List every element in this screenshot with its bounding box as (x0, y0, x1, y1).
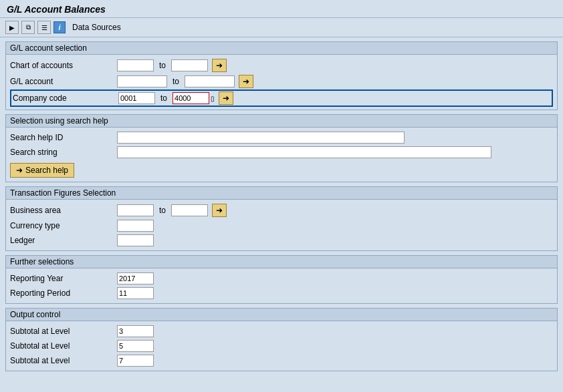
company-code-from[interactable] (118, 92, 155, 104)
subtotal-level-1-input[interactable] (117, 325, 154, 337)
reporting-year-input[interactable] (117, 272, 154, 284)
subtotal-level-3-row: Subtotal at Level (10, 353, 553, 368)
subtotal-level-1-row: Subtotal at Level (10, 324, 553, 339)
search-string-row: Search string (10, 145, 553, 160)
search-help-btn-row: ➜ Search help (10, 160, 553, 179)
company-code-label: Company code (11, 93, 118, 103)
to-label-2: to (173, 77, 179, 86)
subtotal-level-3-input[interactable] (117, 355, 154, 367)
gl-account-row: G/L account to ➜ (10, 73, 553, 89)
transaction-figures-header: Transaction Figures Selection (6, 187, 557, 200)
gl-account-selection-body: Chart of accounts to ➜ G/L account to ➜ … (6, 55, 557, 110)
company-code-row: Company code to ▯ ➜ (10, 89, 553, 107)
chart-of-accounts-to[interactable] (171, 59, 208, 71)
main-content: G/L account selection Chart of accounts … (0, 37, 563, 375)
data-sources-label: Data Sources (72, 23, 121, 32)
business-area-to[interactable] (171, 204, 208, 216)
reporting-period-input[interactable] (117, 287, 154, 299)
business-area-from[interactable] (117, 204, 154, 216)
cursor-marker: ▯ (211, 95, 215, 102)
gl-account-from[interactable] (117, 75, 167, 87)
to-label-3: to (160, 93, 167, 103)
subtotal-level-2-row: Subtotal at Level (10, 339, 553, 353)
currency-type-row: Currency type (10, 218, 553, 233)
output-control-header: Output control (6, 309, 557, 321)
clock-icon[interactable]: ▶ (5, 21, 19, 34)
transaction-figures-body: Business area to ➜ Currency type Ledger (6, 200, 557, 250)
search-help-body: Search help ID Search string ➜ Search he… (6, 128, 557, 182)
search-help-id-input[interactable] (117, 132, 405, 144)
search-help-button[interactable]: ➜ Search help (10, 163, 74, 178)
search-help-btn-label: Search help (25, 166, 68, 175)
to-label-4: to (159, 206, 166, 215)
title-bar: G/L Account Balances (0, 0, 563, 18)
search-help-id-label: Search help ID (10, 133, 117, 142)
search-help-header: Selection using search help (6, 115, 557, 128)
search-help-arrow-icon: ➜ (16, 166, 23, 175)
business-area-label: Business area (10, 206, 117, 215)
subtotal-level-2-input[interactable] (117, 340, 154, 352)
output-control-body: Subtotal at Level Subtotal at Level Subt… (6, 321, 557, 371)
list-icon[interactable]: ☰ (37, 21, 51, 34)
page-title: G/L Account Balances (7, 4, 106, 15)
chart-of-accounts-row: Chart of accounts to ➜ (10, 57, 553, 73)
subtotal-level-2-label: Subtotal at Level (10, 341, 117, 351)
gl-account-select-btn[interactable]: ➜ (239, 75, 253, 88)
company-code-to[interactable] (173, 92, 209, 104)
reporting-period-row: Reporting Period (10, 286, 553, 301)
currency-type-label: Currency type (10, 221, 117, 230)
search-help-section: Selection using search help Search help … (5, 114, 558, 182)
business-area-select-btn[interactable]: ➜ (212, 204, 227, 217)
reporting-year-label: Reporting Year (10, 274, 117, 283)
further-selections-body: Reporting Year Reporting Period (6, 268, 557, 303)
to-label-1: to (159, 61, 166, 70)
gl-account-to[interactable] (185, 75, 235, 87)
business-area-row: Business area to ➜ (10, 202, 553, 218)
search-string-input[interactable] (117, 146, 491, 158)
reporting-year-row: Reporting Year (10, 271, 553, 286)
chart-of-accounts-from[interactable] (117, 59, 154, 71)
ledger-input[interactable] (117, 234, 154, 246)
gl-account-selection-header: G/L account selection (6, 42, 557, 55)
output-control-section: Output control Subtotal at Level Subtota… (5, 308, 558, 371)
toolbar: ▶ ⧉ ☰ i Data Sources (0, 18, 563, 37)
chart-of-accounts-select-btn[interactable]: ➜ (212, 59, 227, 72)
search-string-label: Search string (10, 148, 117, 157)
search-help-id-row: Search help ID (10, 130, 553, 145)
subtotal-level-3-label: Subtotal at Level (10, 356, 117, 365)
gl-account-selection-section: G/L account selection Chart of accounts … (5, 41, 558, 110)
subtotal-level-1-label: Subtotal at Level (10, 327, 117, 336)
reporting-period-label: Reporting Period (10, 288, 117, 298)
ledger-label: Ledger (10, 236, 117, 245)
info-icon[interactable]: i (53, 21, 66, 33)
further-selections-header: Further selections (6, 256, 557, 268)
transaction-figures-section: Transaction Figures Selection Business a… (5, 186, 558, 251)
gl-account-label: G/L account (10, 77, 117, 86)
further-selections-section: Further selections Reporting Year Report… (5, 255, 558, 304)
company-code-select-btn[interactable]: ➜ (219, 91, 233, 105)
chart-of-accounts-label: Chart of accounts (10, 61, 117, 70)
copy-icon[interactable]: ⧉ (21, 21, 35, 34)
ledger-row: Ledger (10, 233, 553, 248)
currency-type-input[interactable] (117, 220, 154, 232)
